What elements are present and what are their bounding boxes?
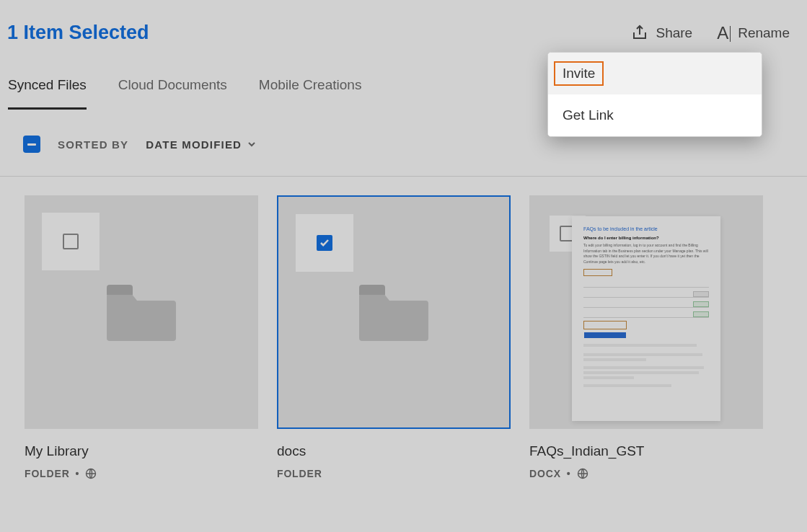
header-actions: Share A Rename <box>631 25 790 42</box>
preview-row <box>583 311 709 318</box>
dropdown-item-label: Invite <box>554 61 604 86</box>
preview-input <box>583 269 612 276</box>
share-icon <box>631 25 648 42</box>
grid-item[interactable]: FAQs to be included in the article Where… <box>529 195 763 479</box>
globe-icon <box>577 468 588 479</box>
preview-subheading: Where do I enter billing information? <box>583 236 709 240</box>
preview-line <box>583 353 702 356</box>
rename-label: Rename <box>738 25 790 41</box>
preview-row <box>583 301 709 308</box>
dropdown-item-label: Get Link <box>563 107 614 123</box>
preview-box <box>583 321 627 329</box>
item-name: My Library <box>25 443 258 459</box>
check-icon <box>319 238 330 248</box>
checkbox-wrapper[interactable] <box>42 213 100 270</box>
checkbox-wrapper[interactable] <box>296 214 353 272</box>
tab-cloud-documents[interactable]: Cloud Documents <box>118 77 227 110</box>
sort-label: SORTED BY <box>58 138 128 151</box>
tab-synced-files[interactable]: Synced Files <box>8 77 87 110</box>
item-type: FOLDER <box>277 468 322 479</box>
folder-icon <box>105 280 177 344</box>
meta-separator: • <box>76 468 80 479</box>
preview-row <box>583 291 709 298</box>
rename-button[interactable]: A Rename <box>717 25 790 42</box>
select-all-checkbox[interactable] <box>23 136 40 153</box>
share-label: Share <box>656 25 692 41</box>
checkbox[interactable] <box>63 234 79 249</box>
dropdown-item-invite[interactable]: Invite <box>548 53 762 94</box>
preview-line <box>583 344 697 347</box>
file-grid: My Library FOLDER • docs FOLDER <box>0 177 807 479</box>
sort-dropdown[interactable]: DATE MODIFIED <box>146 138 256 151</box>
document-preview: FAQs to be included in the article Where… <box>572 216 720 421</box>
share-button[interactable]: Share <box>631 25 692 42</box>
preview-title: FAQs to be included in the article <box>583 226 709 231</box>
item-meta: FOLDER <box>277 468 511 479</box>
meta-separator: • <box>567 468 571 479</box>
sort-value-text: DATE MODIFIED <box>146 138 242 151</box>
preview-line <box>583 358 646 361</box>
preview-button <box>584 332 626 338</box>
item-name: FAQs_Indian_GST <box>529 443 763 459</box>
preview-line <box>583 384 671 387</box>
item-meta: FOLDER • <box>25 468 258 479</box>
preview-line <box>583 366 704 369</box>
tab-mobile-creations[interactable]: Mobile Creations <box>259 77 362 110</box>
folder-icon <box>358 280 430 344</box>
preview-line <box>583 371 699 374</box>
item-meta: DOCX • <box>529 468 763 479</box>
preview-row <box>583 280 709 288</box>
thumbnail[interactable]: FAQs to be included in the article Where… <box>529 195 763 429</box>
selection-title: 1 Item Selected <box>7 22 149 44</box>
grid-item[interactable]: docs FOLDER <box>277 195 511 479</box>
globe-icon <box>85 468 97 479</box>
thumbnail[interactable] <box>25 195 258 429</box>
rename-icon: A <box>717 25 731 42</box>
share-dropdown: Invite Get Link <box>547 52 762 137</box>
grid-item[interactable]: My Library FOLDER • <box>25 195 258 479</box>
item-type: FOLDER <box>25 468 70 479</box>
item-type: DOCX <box>529 468 561 479</box>
item-name: docs <box>277 443 511 459</box>
preview-line <box>583 376 634 379</box>
thumbnail[interactable] <box>277 195 511 429</box>
dropdown-item-get-link[interactable]: Get Link <box>548 94 762 136</box>
preview-text: To edit your billing information, log in… <box>583 243 709 265</box>
checkbox[interactable] <box>317 235 332 251</box>
chevron-down-icon <box>247 140 256 148</box>
